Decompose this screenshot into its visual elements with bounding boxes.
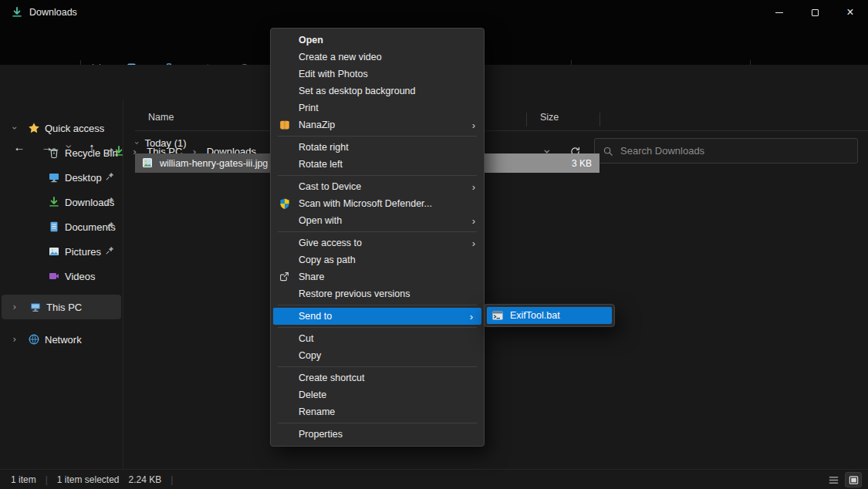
menu-item-label: Edit with Photos <box>299 69 368 79</box>
nanazip-icon <box>279 119 291 131</box>
menu-item-label: NanaZip <box>299 120 335 130</box>
menu-item-label: Send to <box>299 311 332 322</box>
view-toggles <box>825 472 862 487</box>
menu-item-label: Properties <box>299 429 343 440</box>
image-file-icon <box>141 157 154 169</box>
menu-item-scan-with-microsoft-defender[interactable]: Scan with Microsoft Defender... <box>271 195 484 212</box>
menu-item-rotate-right[interactable]: Rotate right <box>271 139 484 156</box>
column-header-underline <box>135 130 868 131</box>
status-divider: | <box>171 474 173 485</box>
thumbnail-view-button[interactable] <box>845 472 862 487</box>
menu-item-restore-previous-versions[interactable]: Restore previous versions <box>271 285 484 302</box>
file-explorer-window: Downloads × New › et as background <box>0 0 868 489</box>
menu-item-copy-as-path[interactable]: Copy as path <box>271 251 484 268</box>
sidebar-item-desktop[interactable]: Desktop <box>0 165 123 190</box>
window-title: Downloads <box>29 7 77 18</box>
sidebar-item-videos[interactable]: Videos <box>0 264 123 288</box>
defender-icon <box>279 197 291 210</box>
menu-item-open-with[interactable]: Open with› <box>271 212 484 229</box>
sidebar-item-recycle-bin[interactable]: Recycle Bin <box>0 140 123 165</box>
menu-separator <box>278 175 477 176</box>
menu-item-send-to[interactable]: Send to› <box>273 308 481 325</box>
menu-item-label: Create shortcut <box>299 373 364 383</box>
chevron-down-icon: › <box>132 141 142 144</box>
search-input[interactable] <box>620 145 849 157</box>
menu-item-nanazip[interactable]: NanaZip› <box>271 116 484 133</box>
status-divider: | <box>46 474 48 485</box>
star-icon <box>28 122 40 134</box>
menu-item-label: Copy as path <box>299 255 356 265</box>
sidebar-item-label: Pictures <box>65 246 101 258</box>
recycle-bin-icon <box>48 147 60 159</box>
sidebar-item-network[interactable]: › Network <box>0 327 123 352</box>
minimize-button[interactable] <box>762 0 797 25</box>
file-name: william-henry-gates-iii.jpg <box>160 158 268 169</box>
menu-item-properties[interactable]: Properties <box>271 426 484 443</box>
menu-item-print[interactable]: Print <box>271 99 484 116</box>
menu-item-cut[interactable]: Cut <box>271 330 484 347</box>
menu-item-cast-to-device[interactable]: Cast to Device› <box>271 178 484 195</box>
menu-item-create-a-new-video[interactable]: Create a new video <box>271 49 484 66</box>
videos-icon <box>48 270 60 282</box>
sidebar-item-pictures[interactable]: Pictures <box>0 239 123 264</box>
close-button[interactable]: × <box>833 0 868 25</box>
column-divider[interactable] <box>526 113 527 126</box>
menu-separator <box>278 327 477 328</box>
menu-item-label: Copy <box>299 350 321 361</box>
network-icon <box>28 333 40 346</box>
share-menu-icon <box>279 271 291 283</box>
maximize-button[interactable] <box>797 0 833 25</box>
menu-item-copy[interactable]: Copy <box>271 347 484 364</box>
menu-item-give-access-to[interactable]: Give access to› <box>271 234 484 251</box>
documents-icon <box>48 221 60 233</box>
menu-item-open[interactable]: Open <box>271 32 484 49</box>
downloads-window-icon <box>11 6 23 19</box>
file-size: 3 KB <box>572 158 592 169</box>
menu-item-label: Cut <box>299 333 313 344</box>
sidebar-item-downloads[interactable]: Downloads <box>0 190 123 214</box>
menu-separator <box>278 231 477 232</box>
menu-item-label: Rotate left <box>299 159 343 170</box>
search-icon <box>603 146 613 157</box>
menu-item-rotate-left[interactable]: Rotate left <box>271 156 484 173</box>
column-divider[interactable] <box>599 113 600 126</box>
menu-separator <box>278 136 477 137</box>
pin-icon <box>105 171 115 181</box>
submenu-item-exiftool-bat[interactable]: ExifTool.bat <box>487 307 612 324</box>
column-header-size[interactable]: Size <box>540 112 559 123</box>
status-selected-count: 1 item selected <box>57 474 120 485</box>
minimize-icon <box>775 12 783 13</box>
file-size-cell: 3 KB <box>485 153 599 173</box>
close-icon: × <box>846 6 853 19</box>
pin-icon <box>105 221 115 231</box>
this-pc-icon <box>29 301 42 313</box>
chevron-right-icon: › <box>9 334 20 345</box>
menu-separator <box>278 423 477 423</box>
sidebar-item-documents[interactable]: Documents <box>0 214 123 239</box>
menu-item-set-as-desktop-background[interactable]: Set as desktop background <box>271 83 484 99</box>
menu-item-label: Give access to <box>299 238 362 248</box>
sidebar-quick-access[interactable]: › Quick access <box>0 116 123 140</box>
menu-item-label: Set as desktop background <box>299 86 416 96</box>
menu-separator <box>278 305 477 305</box>
details-view-button[interactable] <box>825 472 842 487</box>
sidebar-item-this-pc[interactable]: › This PC <box>2 295 121 319</box>
menu-item-label: Print <box>299 103 319 113</box>
submenu-arrow-icon: › <box>472 238 475 249</box>
menu-item-label: Open with <box>299 215 342 226</box>
status-bar: 1 item | 1 item selected 2.24 KB | <box>0 469 868 489</box>
status-selected-size: 2.24 KB <box>129 474 162 485</box>
group-header-today[interactable]: › Today (1) <box>135 135 187 150</box>
menu-item-share[interactable]: Share <box>271 268 484 285</box>
sidebar-item-label: This PC <box>46 302 82 313</box>
maximize-icon <box>812 9 819 16</box>
menu-item-label: Cast to Device <box>299 181 361 192</box>
pin-icon <box>105 196 115 206</box>
column-header-name[interactable]: Name <box>148 112 174 123</box>
menu-item-delete[interactable]: Delete <box>271 386 484 403</box>
menu-item-rename[interactable]: Rename <box>271 403 484 420</box>
send-to-submenu: ExifTool.bat <box>484 304 615 327</box>
menu-separator <box>278 366 477 367</box>
menu-item-create-shortcut[interactable]: Create shortcut <box>271 369 484 386</box>
menu-item-edit-with-photos[interactable]: Edit with Photos <box>271 66 484 83</box>
